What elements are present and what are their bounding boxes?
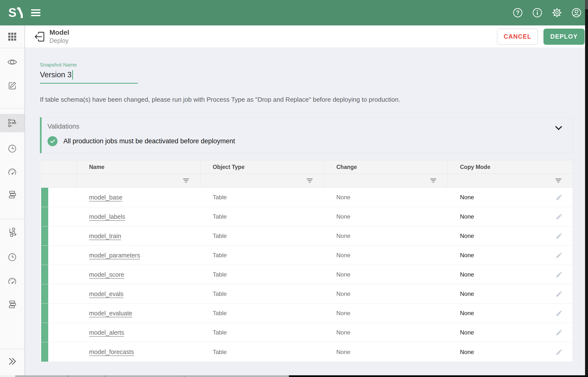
table-row: model_baseTableNoneNone (40, 188, 573, 207)
object-name-link[interactable]: model_forecasts (89, 348, 134, 355)
edit-pencil-icon[interactable] (555, 329, 563, 336)
change-value: None (336, 290, 350, 297)
top-app-bar: S ? (0, 0, 585, 25)
sidebar-expand-button[interactable] (0, 352, 25, 371)
edit-icon (7, 81, 17, 90)
edit-pencil-icon[interactable] (555, 271, 563, 278)
menu-icon[interactable] (31, 8, 41, 18)
table-row: model_alertsTableNoneNone (40, 323, 573, 342)
copy-mode-value: None (460, 349, 474, 355)
text-cursor (72, 70, 73, 80)
filter-icon[interactable] (430, 178, 436, 183)
filter-icon[interactable] (307, 178, 313, 183)
object-name-link[interactable]: model_score (89, 271, 124, 278)
page-title: Model (50, 29, 69, 36)
object-name-link[interactable]: model_labels (89, 213, 125, 220)
row-status-bar (41, 188, 48, 207)
edit-pencil-icon[interactable] (555, 348, 563, 356)
edit-pencil-icon[interactable] (555, 252, 563, 259)
sidebar-item-apps-menu[interactable] (0, 27, 25, 46)
page-subtitle: Deploy (50, 37, 69, 44)
snapshot-name-input[interactable]: Version 3 (40, 70, 138, 80)
sidebar-item-run-history-2[interactable] (0, 248, 25, 267)
settings-gear-icon[interactable] (552, 8, 562, 18)
sidebar-item-queue-2[interactable] (0, 295, 25, 314)
table-row: model_evalsTableNoneNone (40, 284, 573, 304)
deploy-button[interactable]: DEPLOY (543, 29, 585, 45)
topbar-actions: ? (513, 8, 582, 18)
table-row: model_evaluateTableNoneNone (40, 304, 573, 323)
sidebar-item-monitor-2[interactable] (0, 272, 25, 291)
snapshot-name-value: Version 3 (40, 71, 72, 79)
sidebar-item-queue[interactable] (0, 186, 25, 204)
copy-mode-value: None (460, 310, 474, 317)
sidebar-divider (0, 108, 25, 108)
objects-table: Name Object Type Change Copy Mode model_… (40, 160, 573, 362)
horizontal-scrollbar[interactable] (15, 375, 289, 377)
back-icon[interactable] (33, 30, 46, 43)
app-window: S ? (0, 0, 588, 377)
filter-icon[interactable] (183, 178, 189, 183)
validations-panel: Validations All production jobs must be … (40, 117, 573, 153)
table-row: model_labelsTableNoneNone (40, 207, 573, 226)
object-type-value: Table (213, 349, 227, 355)
column-header-copy-mode: Copy Mode (448, 160, 573, 174)
horizontal-scrollbar-track (289, 375, 588, 377)
sidebar-item-run-history[interactable] (0, 139, 25, 158)
main-content: Snapshot Name Version 3 If table schema(… (25, 48, 585, 375)
page-titles: Model Deploy (50, 29, 69, 44)
sidebar-item-pipelines[interactable] (0, 114, 25, 132)
sidebar-item-edit[interactable] (0, 76, 25, 94)
object-type-value: Table (213, 194, 227, 201)
vertical-scrollbar-thumb[interactable] (585, 0, 588, 9)
edit-pencil-icon[interactable] (555, 232, 563, 240)
row-status-bar (41, 207, 48, 226)
table-filter-row (40, 174, 573, 188)
column-header-name: Name (77, 160, 200, 174)
object-name-link[interactable]: model_evaluate (89, 310, 132, 317)
account-icon[interactable] (571, 8, 582, 18)
brand-logo-letter: S (8, 7, 16, 19)
edit-pencil-icon[interactable] (555, 213, 563, 220)
history-icon (7, 144, 17, 153)
gauge-icon (7, 167, 17, 177)
object-name-link[interactable]: model_base (89, 194, 122, 201)
object-name-link[interactable]: model_parameters (89, 252, 140, 259)
edit-pencil-icon[interactable] (555, 309, 563, 317)
object-name-link[interactable]: model_evals (89, 290, 123, 297)
row-status-bar (41, 323, 48, 342)
change-value: None (336, 213, 350, 220)
input-underline (40, 83, 138, 84)
change-value: None (336, 329, 350, 336)
sidebar-item-view[interactable] (0, 53, 25, 71)
gauge-icon (7, 277, 17, 286)
edit-pencil-icon[interactable] (555, 194, 563, 201)
change-value: None (336, 194, 350, 201)
change-value: None (336, 349, 350, 355)
filter-icon[interactable] (555, 178, 561, 183)
schema-hint-text: If table schema(s) have been changed, pl… (40, 96, 585, 103)
info-icon[interactable] (532, 8, 542, 18)
cancel-button[interactable]: CANCEL (497, 29, 538, 45)
row-status-bar (41, 284, 48, 303)
eye-icon (7, 57, 17, 67)
pipeline-icon (7, 118, 17, 128)
row-status-bar (41, 226, 48, 246)
copy-mode-value: None (460, 213, 474, 220)
edit-pencil-icon[interactable] (555, 290, 563, 297)
object-name-link[interactable]: model_alerts (89, 329, 124, 336)
stack-icon (7, 190, 17, 200)
table-header-row: Name Object Type Change Copy Mode (40, 160, 573, 174)
help-icon[interactable]: ? (513, 8, 523, 18)
validation-text: All production jobs must be deactivated … (63, 137, 235, 145)
object-name-link[interactable]: model_train (89, 233, 121, 240)
sidebar-item-monitor[interactable] (0, 163, 25, 182)
sidebar-item-workflows[interactable] (0, 223, 25, 241)
column-header-object-type: Object Type (200, 160, 324, 174)
vertical-scrollbar[interactable] (585, 0, 588, 377)
copy-mode-value: None (460, 290, 474, 297)
row-status-bar (41, 246, 48, 265)
collapse-chevron-icon[interactable] (555, 126, 562, 131)
copy-mode-value: None (460, 233, 474, 239)
copy-mode-value: None (460, 271, 474, 278)
